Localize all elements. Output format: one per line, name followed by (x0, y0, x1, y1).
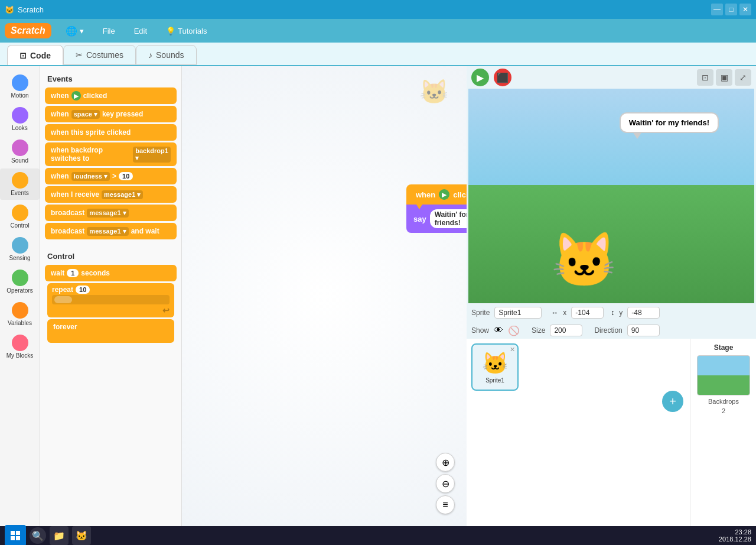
message1-dropdown-broadcast[interactable]: message1 ▾ (87, 209, 128, 218)
scratch-logo: Scratch (5, 23, 51, 38)
wait-seconds-input[interactable]: 1 (67, 269, 79, 277)
y-value-input[interactable] (627, 307, 660, 319)
y-label: y (619, 309, 623, 317)
block-when-sprite-clicked[interactable]: when this sprite clicked (45, 124, 177, 141)
taskbar-search-button[interactable]: 🔍 (30, 527, 46, 544)
stage-canvas: Waitin' for my friends! 🐱 (468, 89, 754, 303)
looks-dot (12, 107, 28, 124)
flag-icon: ▶ (71, 91, 81, 100)
control-label: Control (10, 222, 29, 229)
edit-menu-item[interactable]: Edit (129, 24, 152, 38)
block-broadcast-wait[interactable]: broadcast message1 ▾ and wait (45, 223, 177, 239)
backdrops-label: Backdrops (708, 398, 739, 405)
sidebar-item-motion[interactable]: Motion (0, 71, 40, 102)
block-repeat[interactable]: repeat 10 ↩ (47, 283, 174, 317)
sprite-item-name: Sprite1 (485, 377, 504, 384)
sprite-info-bar: Sprite ↔ x ↕ y (467, 303, 756, 322)
stage-panel: ▶ ⬛ ⊡ ▣ ⤢ Waitin' for my friends! 🐱 Spri… (467, 66, 756, 526)
block-when-loudness[interactable]: when loudness ▾ > 10 (45, 168, 177, 184)
sidebar-item-operators[interactable]: Operators (0, 266, 40, 297)
stage-sprite[interactable]: 🐱 (551, 229, 617, 291)
add-sprite-button[interactable]: + (662, 391, 683, 412)
stage-thumbnail[interactable] (697, 355, 750, 395)
events-label: Events (11, 190, 29, 196)
globe-menu-item[interactable]: 🌐 ▾ (61, 23, 89, 39)
events-section-header: Events (43, 71, 179, 86)
direction-value-input[interactable] (627, 325, 660, 336)
sprite-show-bar: Show 👁 🚫 Size Direction (467, 322, 756, 339)
fullscreen-button[interactable]: ⤢ (735, 69, 751, 86)
taskbar-files-button[interactable]: 📁 (50, 526, 69, 545)
script-area[interactable]: 🐱 when ▶ clicked say Waitin' for my frie… (182, 66, 467, 526)
maximize-button[interactable]: □ (725, 4, 737, 15)
zoom-out-button[interactable]: ⊖ (436, 474, 455, 493)
sidebar-item-control[interactable]: Control (0, 201, 40, 232)
minimize-button[interactable]: — (711, 4, 723, 15)
size-value-input[interactable] (550, 325, 582, 336)
block-broadcast[interactable]: broadcast message1 ▾ (45, 205, 177, 221)
tab-code[interactable]: ⊡ Code (7, 45, 63, 65)
start-button[interactable] (5, 525, 26, 545)
tutorials-label: Tutorials (178, 27, 207, 35)
block-when-key-pressed[interactable]: when space ▾ key pressed (45, 106, 177, 122)
message1-dropdown-broadcast-wait[interactable]: message1 ▾ (87, 227, 128, 236)
canvas-say-block[interactable]: say Waitin' for my friends! (406, 205, 467, 233)
sprite-item-1[interactable]: ✕ 🐱 Sprite1 (471, 343, 519, 391)
close-button[interactable]: ✕ (739, 4, 751, 15)
block-when-backdrop[interactable]: when backdrop switches to backdrop1 ▾ (45, 142, 177, 166)
show-hidden-icon[interactable]: 🚫 (508, 325, 520, 336)
zoom-controls: ⊕ ⊖ ≡ (436, 453, 455, 514)
block-when-receive[interactable]: when I receive message1 ▾ (45, 186, 177, 203)
arrows-icon: ↔ (551, 309, 558, 317)
size-label: Size (532, 326, 545, 335)
space-key-dropdown[interactable]: space ▾ (71, 110, 100, 119)
canvas-say-label: say (413, 215, 426, 223)
green-flag-button[interactable]: ▶ (471, 69, 489, 86)
code-tab-label: Code (30, 51, 51, 60)
myblocks-dot (12, 335, 28, 351)
taskbar-scratch-button[interactable]: 🐱 (72, 526, 91, 545)
sprite-name-input[interactable] (494, 307, 542, 319)
windows-icon (11, 531, 20, 540)
sidebar-item-looks[interactable]: Looks (0, 103, 40, 135)
sprites-section: ✕ 🐱 Sprite1 + (467, 339, 691, 526)
zoom-reset-button[interactable]: ≡ (436, 495, 455, 514)
zoom-in-button[interactable]: ⊕ (436, 453, 455, 472)
sprite-close-icon[interactable]: ✕ (510, 346, 515, 353)
message1-dropdown-receive[interactable]: message1 ▾ (102, 190, 143, 199)
canvas-when-clicked[interactable]: when ▶ clicked (406, 184, 467, 205)
split-stage-button[interactable]: ▣ (716, 69, 732, 86)
block-when-flag-clicked[interactable]: when ▶ clicked (45, 87, 177, 104)
loudness-dropdown[interactable]: loudness ▾ (71, 172, 110, 181)
sidebar-item-sensing[interactable]: Sensing (0, 233, 40, 265)
canvas-say-text[interactable]: Waitin' for my friends! (430, 209, 467, 228)
file-menu-item[interactable]: File (98, 24, 120, 38)
variables-dot (12, 302, 28, 319)
sidebar-item-variables[interactable]: Variables (0, 299, 40, 330)
block-wait[interactable]: wait 1 seconds (45, 265, 177, 281)
stop-button[interactable]: ⬛ (494, 69, 511, 86)
looks-label: Looks (12, 125, 28, 131)
canvas-block-group[interactable]: when ▶ clicked say Waitin' for my friend… (406, 184, 467, 233)
backdrop-dropdown[interactable]: backdrop1 ▾ (133, 147, 171, 163)
control-section-header: Control (43, 248, 179, 263)
sidebar-item-sound[interactable]: Sound (0, 136, 40, 167)
sensing-label: Sensing (9, 255, 30, 261)
globe-arrow: ▾ (80, 27, 84, 35)
loudness-value[interactable]: 10 (119, 172, 133, 180)
sidebar-item-myblocks[interactable]: My Blocks (0, 331, 40, 362)
block-forever[interactable]: forever (47, 319, 174, 343)
tab-sounds[interactable]: ♪ Sounds (136, 45, 196, 65)
operators-dot (12, 270, 28, 286)
small-stage-button[interactable]: ⊡ (697, 69, 713, 86)
show-visible-icon[interactable]: 👁 (494, 325, 503, 336)
sidebar-item-events[interactable]: Events (0, 168, 40, 200)
repeat-count-input[interactable]: 10 (76, 286, 90, 294)
title-bar: 🐱 Scratch — □ ✕ (0, 0, 756, 19)
x-value-input[interactable] (571, 307, 604, 319)
costumes-tab-icon: ✂ (76, 50, 83, 60)
tab-costumes[interactable]: ✂ Costumes (63, 45, 136, 65)
sounds-tab-icon: ♪ (148, 50, 152, 60)
sounds-tab-label: Sounds (156, 50, 184, 60)
tutorials-menu-item[interactable]: 💡 Tutorials (161, 24, 211, 38)
